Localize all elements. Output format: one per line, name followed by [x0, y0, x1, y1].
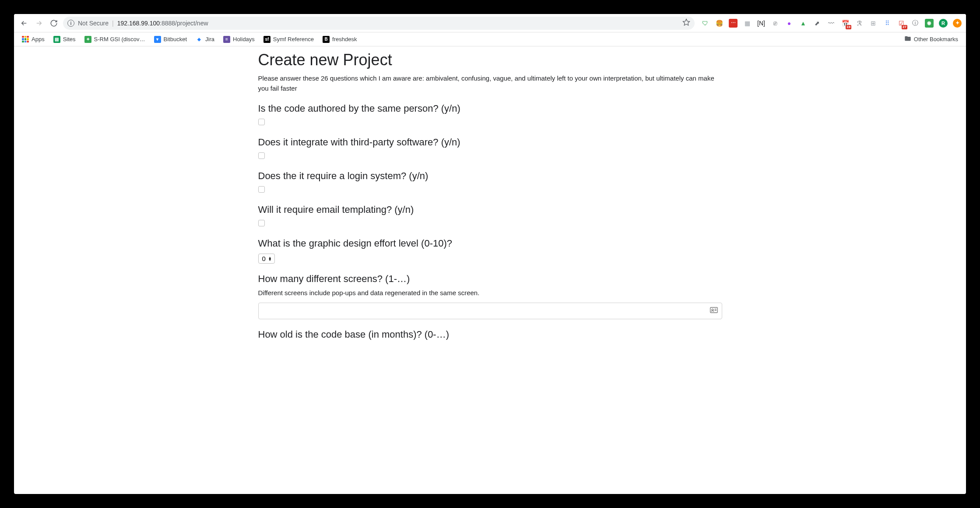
- question-label: Does it integrate with third-party softw…: [258, 137, 722, 148]
- favicon-icon: sf: [263, 36, 270, 43]
- extension-wave-icon[interactable]: 〰: [827, 19, 836, 28]
- extension-n-bracket-icon[interactable]: [N]: [757, 19, 766, 28]
- badge: 27: [902, 25, 907, 29]
- bookmark-label: freshdesk: [332, 36, 357, 42]
- page-title: Create new Project: [258, 51, 722, 69]
- folder-icon: [904, 35, 911, 43]
- question-third-party: Does it integrate with third-party softw…: [258, 137, 722, 161]
- bookmark-item[interactable]: Bfreshdesk: [319, 34, 360, 45]
- extension-cast-icon[interactable]: ⎚: [771, 19, 780, 28]
- other-bookmarks-button[interactable]: Other Bookmarks: [901, 33, 962, 45]
- extension-shield-icon[interactable]: 🛡: [701, 19, 710, 28]
- contact-card-icon[interactable]: [710, 307, 718, 315]
- extension-orange-circle-icon[interactable]: ✦: [953, 19, 962, 28]
- input-screens[interactable]: [258, 303, 722, 319]
- extension-dots-blue-icon[interactable]: ⠿: [883, 19, 892, 28]
- apps-button[interactable]: Apps: [18, 34, 48, 45]
- extension-icons: 🛡🍔⋯▦[N]⎚●▲⬈〰📅19ℛ⊞⠿☑27ⓘ◉R✦: [698, 19, 962, 28]
- bookmark-item[interactable]: sfSymf Reference: [260, 34, 317, 45]
- extension-arrow-box-icon[interactable]: ⬈: [813, 19, 822, 28]
- intro-text: Please answer these 26 questions which I…: [258, 74, 722, 93]
- bookmarks-bar: Apps ▤Sites✦S-RM GSI (discov…▾Bitbucket◆…: [14, 32, 966, 46]
- question-label: Will it require email templating? (y/n): [258, 204, 722, 215]
- select-design-effort[interactable]: 0 ▲▼: [258, 254, 275, 264]
- favicon-icon: B: [323, 36, 330, 43]
- question-label: How old is the code base (in months)? (0…: [258, 329, 722, 340]
- apps-label: Apps: [32, 36, 45, 42]
- favicon-icon: ▤: [53, 36, 60, 43]
- svg-rect-1: [710, 307, 717, 313]
- extension-green-box-icon[interactable]: ◉: [925, 19, 934, 28]
- forward-button[interactable]: [33, 18, 45, 29]
- site-info-icon[interactable]: i: [67, 20, 74, 27]
- bookmark-item[interactable]: ▤Sites: [50, 34, 79, 45]
- extension-info-icon[interactable]: ⓘ: [911, 19, 920, 28]
- bookmark-item[interactable]: ◆Jira: [192, 34, 218, 45]
- other-bookmarks-label: Other Bookmarks: [914, 36, 958, 42]
- bookmark-item[interactable]: ≡Holidays: [220, 34, 258, 45]
- badge: 19: [846, 25, 851, 29]
- extension-red-dots-icon[interactable]: ⋯: [729, 19, 738, 28]
- extension-calendar-badge-icon[interactable]: 📅19: [841, 19, 850, 28]
- bookmark-label: Bitbucket: [164, 36, 187, 42]
- question-email-templating: Will it require email templating? (y/n): [258, 204, 722, 228]
- question-same-author: Is the code authored by the same person?…: [258, 103, 722, 127]
- extension-gray-box-icon[interactable]: ▦: [743, 19, 752, 28]
- address-separator: |: [112, 20, 114, 27]
- question-label: What is the graphic design effort level …: [258, 238, 722, 249]
- page-viewport[interactable]: Create new Project Please answer these 2…: [14, 46, 966, 494]
- question-label: Does the it require a login system? (y/n…: [258, 170, 722, 182]
- question-screens: How many different screens? (1-…) Differ…: [258, 273, 722, 319]
- favicon-icon: ◆: [196, 36, 203, 43]
- extension-adidas-icon[interactable]: ▲: [799, 19, 808, 28]
- bookmark-label: S-RM GSI (discov…: [94, 36, 145, 42]
- browser-toolbar: i Not Secure | 192.168.99.100:8888/proje…: [14, 14, 966, 32]
- favicon-icon: ✦: [84, 36, 91, 43]
- bookmark-label: Symf Reference: [273, 36, 314, 42]
- address-bar[interactable]: i Not Secure | 192.168.99.100:8888/proje…: [63, 17, 695, 30]
- checkbox-email-templating[interactable]: [258, 220, 265, 226]
- select-value: 0: [262, 255, 266, 262]
- favicon-icon: ▾: [154, 36, 161, 43]
- checkbox-login[interactable]: [258, 186, 265, 193]
- question-login: Does the it require a login system? (y/n…: [258, 170, 722, 194]
- bookmark-star-icon[interactable]: [682, 18, 690, 28]
- svg-point-2: [712, 309, 713, 310]
- svg-marker-0: [683, 19, 690, 25]
- bookmark-label: Jira: [205, 36, 214, 42]
- favicon-icon: ≡: [223, 36, 230, 43]
- extension-purple-circle-icon[interactable]: ●: [785, 19, 794, 28]
- apps-grid-icon: [22, 36, 29, 43]
- question-code-age: How old is the code base (in months)? (0…: [258, 329, 722, 340]
- extension-rabbit-icon[interactable]: ℛ: [855, 19, 864, 28]
- checkbox-same-author[interactable]: [258, 119, 265, 125]
- bookmark-label: Holidays: [233, 36, 255, 42]
- extension-avatar-r-icon[interactable]: R: [939, 19, 948, 28]
- security-label: Not Secure: [78, 20, 109, 27]
- bookmark-label: Sites: [63, 36, 76, 42]
- extension-grid-icon[interactable]: ⊞: [869, 19, 878, 28]
- question-design-effort: What is the graphic design effort level …: [258, 238, 722, 264]
- stepper-arrows-icon: ▲▼: [268, 257, 272, 261]
- question-label: How many different screens? (1-…): [258, 273, 722, 285]
- url-text: 192.168.99.100:8888/project/new: [117, 20, 208, 27]
- bookmark-item[interactable]: ▾Bitbucket: [151, 34, 190, 45]
- extension-todo-badge-icon[interactable]: ☑27: [897, 19, 906, 28]
- checkbox-third-party[interactable]: [258, 152, 265, 159]
- question-label: Is the code authored by the same person?…: [258, 103, 722, 114]
- back-button[interactable]: [18, 18, 30, 29]
- bookmark-item[interactable]: ✦S-RM GSI (discov…: [81, 34, 149, 45]
- question-help: Different screens include pop-ups and da…: [258, 289, 722, 296]
- reload-button[interactable]: [48, 18, 60, 29]
- extension-burger-icon[interactable]: 🍔: [715, 19, 724, 28]
